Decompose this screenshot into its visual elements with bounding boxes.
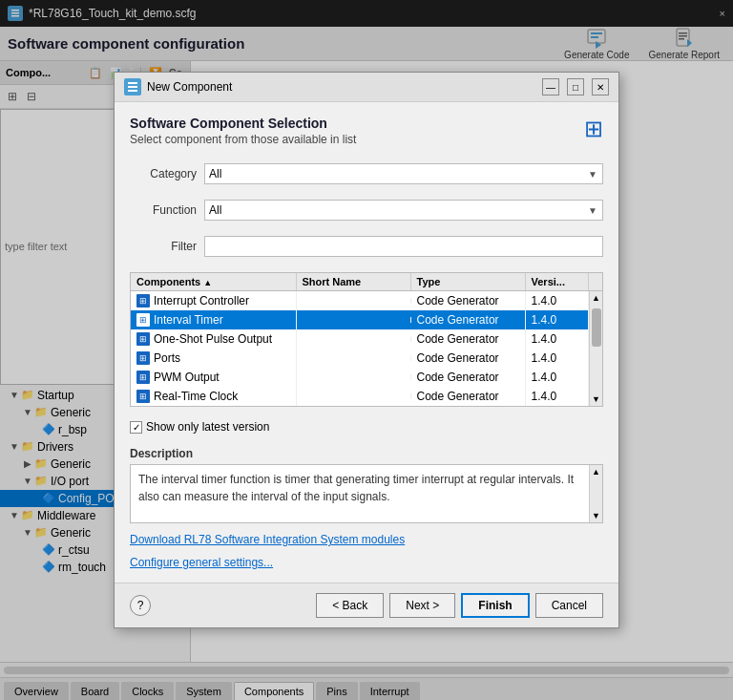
cell-name-ports: ⊞ Ports: [131, 349, 297, 368]
grid-icon: ⊞: [584, 116, 603, 142]
cell-type-ports: Code Generator: [411, 349, 526, 368]
table-scrollbar[interactable]: ▲ ▼: [589, 291, 602, 406]
cell-type-rtc: Code Generator: [411, 387, 526, 406]
component-icon-rtc: ⊞: [136, 390, 150, 403]
table-body: ⊞ Interrupt Controller Code Generator 1.…: [131, 291, 589, 406]
description-label: Description: [130, 447, 603, 460]
col-header-shortname: Short Name: [297, 273, 411, 290]
cell-version-oneshot: 1.4.0: [526, 329, 590, 349]
cell-type-interval: Code Generator: [411, 310, 526, 329]
dialog-close-button[interactable]: ✕: [592, 78, 609, 95]
table-scroll-down[interactable]: ▼: [590, 392, 603, 406]
cell-type-oneshot: Code Generator: [411, 329, 526, 349]
cell-version-interval: 1.4.0: [526, 310, 590, 329]
dialog-subheading: Select component from those available in…: [130, 133, 356, 146]
filter-row: Filter: [130, 236, 603, 257]
dialog-minimize-button[interactable]: —: [542, 78, 559, 95]
cell-name-interrupt: ⊞ Interrupt Controller: [131, 291, 297, 310]
col-header-components: Components ▲: [131, 273, 297, 290]
next-button[interactable]: Next >: [389, 593, 455, 618]
new-component-dialog: New Component — □ ✕ Software Component S…: [114, 72, 619, 628]
function-row: Function All ▼: [130, 200, 603, 221]
dialog-title: New Component: [147, 80, 534, 94]
table-header: Components ▲ Short Name Type Versi...: [131, 273, 602, 291]
download-link-text[interactable]: Download RL78 Software Integration Syste…: [130, 533, 405, 546]
help-button[interactable]: ?: [130, 595, 151, 616]
dialog-titlebar: New Component — □ ✕: [115, 73, 618, 102]
category-label: Category: [130, 167, 197, 180]
filter-field[interactable]: [204, 236, 603, 257]
description-text: The interval timer function is timer tha…: [131, 465, 589, 522]
description-section: Description The interval timer function …: [130, 447, 603, 523]
function-label: Function: [130, 203, 197, 217]
dialog-heading: Software Component Selection: [130, 116, 356, 131]
cell-name-rtc: ⊞ Real-Time Clock: [131, 387, 297, 406]
table-row-ports[interactable]: ⊞ Ports Code Generator 1.4.0: [131, 349, 589, 368]
table-row-interrupt[interactable]: ⊞ Interrupt Controller Code Generator 1.…: [131, 291, 589, 310]
cell-short-oneshot: [297, 336, 411, 342]
filter-label: Filter: [130, 240, 197, 253]
table-row-pwm[interactable]: ⊞ PWM Output Code Generator 1.4.0: [131, 368, 589, 387]
component-icon-interrupt: ⊞: [136, 294, 150, 308]
category-row: Category All ▼: [130, 163, 603, 184]
cell-short-ports: [297, 355, 411, 361]
finish-button[interactable]: Finish: [461, 593, 529, 618]
cell-short-interval: [297, 317, 411, 323]
component-icon-ports: ⊞: [136, 351, 150, 365]
cell-short-interrupt: [297, 298, 411, 304]
cell-version-ports: 1.4.0: [526, 349, 590, 368]
dialog-body: Software Component Selection Select comp…: [115, 102, 618, 583]
show-latest-row: ✓ Show only latest version: [130, 420, 603, 434]
cell-name-interval: ⊞ Interval Timer: [131, 310, 297, 329]
cell-name-pwm: ⊞ PWM Output: [131, 368, 297, 387]
desc-scroll-up[interactable]: ▲: [590, 465, 602, 478]
svg-rect-14: [128, 86, 137, 88]
svg-rect-16: [128, 90, 137, 92]
show-latest-checkbox[interactable]: ✓: [130, 421, 142, 434]
svg-rect-15: [128, 82, 137, 84]
table-row-interval-timer[interactable]: ⊞ Interval Timer Code Generator 1.4.0: [131, 310, 589, 329]
show-latest-label: Show only latest version: [146, 420, 269, 434]
dialog-icon: [124, 78, 141, 95]
configure-link[interactable]: Configure general settings...: [130, 556, 603, 569]
table-scroll-up[interactable]: ▲: [590, 291, 603, 305]
download-link[interactable]: Download RL78 Software Integration Syste…: [130, 533, 603, 546]
back-button[interactable]: < Back: [316, 593, 384, 618]
col-header-type: Type: [411, 273, 526, 290]
dialog-maximize-button[interactable]: □: [567, 78, 584, 95]
table-row-rtc[interactable]: ⊞ Real-Time Clock Code Generator 1.4.0: [131, 387, 589, 406]
modal-overlay: New Component — □ ✕ Software Component S…: [0, 0, 733, 700]
table-row-oneshot[interactable]: ⊞ One-Shot Pulse Output Code Generator 1…: [131, 329, 589, 349]
component-table: Components ▲ Short Name Type Versi... ⊞ …: [130, 272, 603, 407]
cell-type-pwm: Code Generator: [411, 368, 526, 387]
category-select-wrapper: All ▼: [204, 163, 603, 184]
desc-scrollbar[interactable]: ▲ ▼: [589, 465, 602, 522]
function-select[interactable]: All: [204, 200, 603, 221]
cell-version-pwm: 1.4.0: [526, 368, 590, 387]
function-select-wrapper: All ▼: [204, 200, 603, 221]
category-select[interactable]: All: [204, 163, 603, 184]
component-icon-oneshot: ⊞: [136, 332, 150, 346]
cell-version-interrupt: 1.4.0: [526, 291, 590, 310]
component-icon-pwm: ⊞: [136, 371, 150, 384]
dialog-footer: ? < Back Next > Finish Cancel: [115, 583, 618, 627]
component-icon-interval: ⊞: [136, 313, 150, 327]
configure-link-text[interactable]: Configure general settings...: [130, 556, 273, 569]
table-scroll-thumb[interactable]: [592, 308, 601, 347]
cell-version-rtc: 1.4.0: [526, 387, 590, 406]
cancel-button[interactable]: Cancel: [535, 593, 603, 618]
desc-scroll-down[interactable]: ▼: [590, 509, 602, 522]
cell-name-oneshot: ⊞ One-Shot Pulse Output: [131, 329, 297, 349]
cell-short-rtc: [297, 393, 411, 399]
cell-type-interrupt: Code Generator: [411, 291, 526, 310]
cell-short-pwm: [297, 374, 411, 380]
col-header-version: Versi...: [526, 273, 590, 290]
